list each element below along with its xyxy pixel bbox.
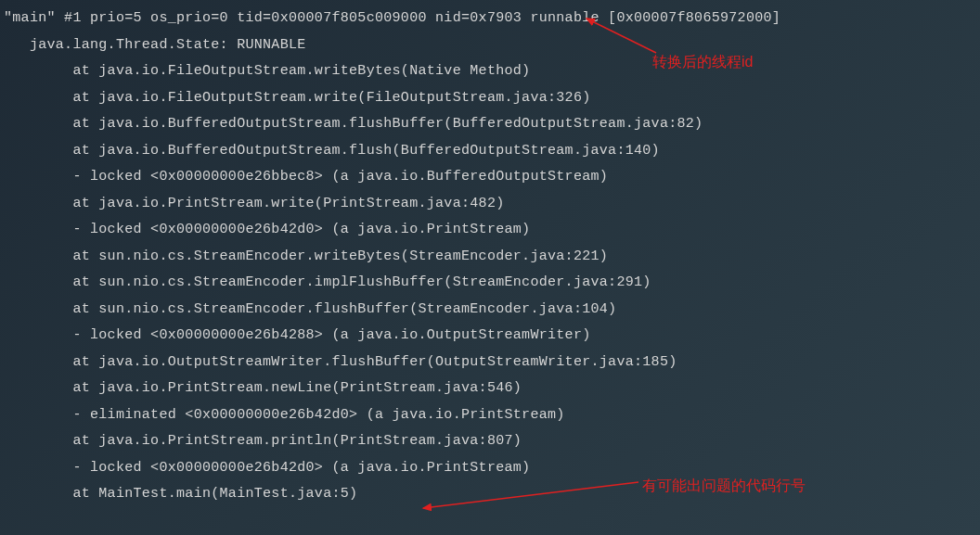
stack-frame: at java.io.OutputStreamWriter.flushBuffe… xyxy=(4,350,976,376)
stack-frame: at java.io.PrintStream.newLine(PrintStre… xyxy=(4,376,976,402)
stacktrace-header: "main" #1 prio=5 os_prio=0 tid=0x00007f8… xyxy=(4,6,976,32)
stack-frame: - locked <0x00000000e26b42d0> (a java.io… xyxy=(4,217,976,244)
stack-frame: at sun.nio.cs.StreamEncoder.implFlushBuf… xyxy=(4,270,976,297)
stack-frame: at java.io.BufferedOutputStream.flushBuf… xyxy=(4,111,976,138)
svg-line-3 xyxy=(423,482,638,508)
thread-state: java.lang.Thread.State: RUNNABLE xyxy=(4,32,976,59)
stack-frame: at java.io.FileOutputStream.write(FileOu… xyxy=(4,85,976,112)
stack-frame: at java.io.BufferedOutputStream.flush(Bu… xyxy=(4,138,976,165)
stack-frame: at sun.nio.cs.StreamEncoder.writeBytes(S… xyxy=(4,244,976,271)
stack-frame: at sun.nio.cs.StreamEncoder.flushBuffer(… xyxy=(4,297,976,324)
svg-line-1 xyxy=(587,19,656,53)
stack-frame: - eliminated <0x00000000e26b42d0> (a jav… xyxy=(4,402,976,429)
stack-frame: at java.io.PrintStream.println(PrintStre… xyxy=(4,428,976,455)
stack-frame: at java.io.FileOutputStream.writeBytes(N… xyxy=(4,58,976,85)
stack-frame: at java.io.PrintStream.write(PrintStream… xyxy=(4,191,976,218)
arrow-thread-id-icon xyxy=(577,14,670,71)
stack-frame: - locked <0x00000000e26b4288> (a java.io… xyxy=(4,323,976,350)
annotation-code-line: 有可能出问题的代码行号 xyxy=(642,472,806,500)
stack-frame: - locked <0x00000000e26bbec8> (a java.io… xyxy=(4,164,976,191)
arrow-code-line-icon xyxy=(416,475,643,523)
